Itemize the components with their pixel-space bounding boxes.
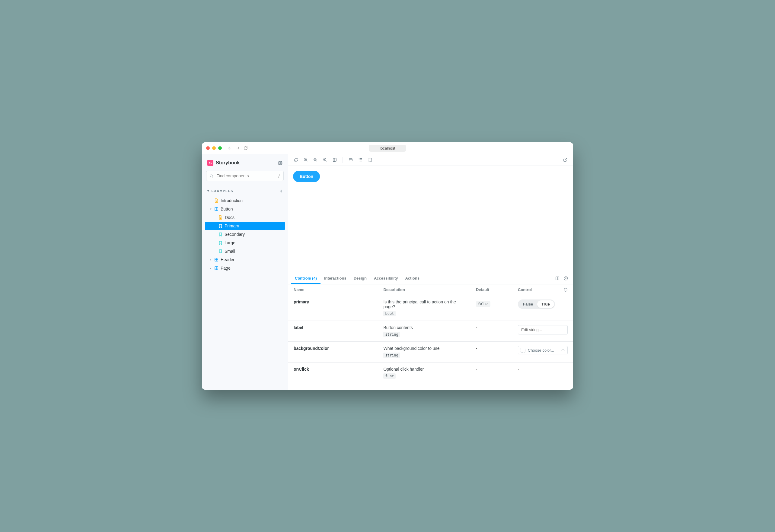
tree-item-primary[interactable]: Primary <box>205 222 285 230</box>
arg-description: Optional click handler func <box>378 363 471 383</box>
story-tree: Introduction ▾ Button Docs <box>205 196 285 272</box>
control-row-primary: primary Is this the principal call to ac… <box>288 295 573 321</box>
arg-default: - <box>471 321 513 342</box>
address-bar[interactable]: localhost <box>369 145 406 152</box>
svg-point-13 <box>361 158 362 159</box>
close-panel-button[interactable] <box>562 274 570 283</box>
search-box[interactable]: / <box>206 171 284 181</box>
open-in-new-button[interactable] <box>561 156 570 164</box>
tab-interactions[interactable]: Interactions <box>320 272 350 284</box>
document-icon <box>214 198 218 203</box>
svg-point-11 <box>359 158 359 159</box>
color-control[interactable]: Choose color... <box>518 346 568 354</box>
arg-default: - <box>471 363 513 383</box>
boolean-toggle[interactable]: False True <box>518 299 555 309</box>
th-control-label: Control <box>518 287 532 292</box>
svg-point-1 <box>210 175 212 177</box>
bookmark-icon <box>219 233 222 236</box>
close-window-button[interactable] <box>206 146 210 150</box>
addons-panel: Controls (4) Interactions Design Accessi… <box>288 272 573 390</box>
back-button[interactable] <box>228 146 232 150</box>
browser-nav <box>228 146 248 150</box>
svg-point-0 <box>280 162 281 163</box>
browser-chrome: localhost <box>202 142 573 154</box>
grid-button[interactable] <box>356 156 364 164</box>
toggle-true[interactable]: True <box>537 300 554 308</box>
app-window: localhost S Storybook / <box>202 142 573 390</box>
chevron-down-icon: ▾ <box>209 207 212 211</box>
bookmark-icon <box>219 249 222 253</box>
maximize-window-button[interactable] <box>218 146 222 150</box>
forward-button[interactable] <box>236 146 240 150</box>
arg-default-value: false <box>476 301 491 307</box>
chevron-right-icon: ▸ <box>209 258 212 261</box>
reload-button[interactable] <box>243 146 248 150</box>
arg-name: backgroundColor <box>288 342 378 363</box>
toggle-false[interactable]: False <box>519 300 537 308</box>
story-canvas: Button <box>288 166 573 272</box>
svg-rect-9 <box>333 158 335 161</box>
arg-description: Is this the principal call to action on … <box>378 295 471 321</box>
svg-rect-20 <box>368 158 372 161</box>
panel-orientation-button[interactable] <box>553 274 562 283</box>
svg-point-12 <box>360 158 360 159</box>
tree-label: Small <box>224 249 235 254</box>
tree-item-large[interactable]: Large <box>205 239 285 247</box>
arg-desc-text: What background color to use <box>383 346 465 351</box>
settings-button[interactable] <box>278 161 282 165</box>
search-input[interactable] <box>216 173 275 179</box>
svg-point-16 <box>361 160 362 160</box>
tree-label: Page <box>221 266 230 271</box>
tree-item-header[interactable]: ▸ Header <box>205 255 285 264</box>
control-row-label: label Button contents string - <box>288 321 573 342</box>
zoom-in-button[interactable] <box>301 156 310 164</box>
sort-icon[interactable]: ▴▾ <box>280 189 283 192</box>
tree-item-introduction[interactable]: Introduction <box>205 196 285 205</box>
tree-item-docs[interactable]: Docs <box>205 213 285 222</box>
minimize-window-button[interactable] <box>212 146 216 150</box>
th-default: Default <box>471 284 513 295</box>
tree-label: Primary <box>224 223 239 228</box>
section-examples[interactable]: ▾ EXAMPLES ▴▾ <box>205 186 285 195</box>
tree-label: Introduction <box>221 198 243 203</box>
tree-label: Large <box>224 240 235 245</box>
bookmark-icon <box>219 224 222 228</box>
remount-button[interactable] <box>292 156 300 164</box>
zoom-out-button[interactable] <box>311 156 319 164</box>
zoom-reset-button[interactable] <box>321 156 329 164</box>
tab-design[interactable]: Design <box>350 272 370 284</box>
preview-button[interactable]: Button <box>293 171 320 182</box>
brand: S Storybook <box>205 160 285 171</box>
th-description: Description <box>378 284 471 295</box>
component-icon <box>214 266 218 270</box>
arg-type: bool <box>383 311 396 316</box>
arg-name: label <box>288 321 378 342</box>
arg-desc-text: Optional click handler <box>383 367 465 372</box>
svg-point-14 <box>359 160 359 160</box>
color-toggle-icon[interactable] <box>561 348 565 352</box>
tree-label: Button <box>221 207 233 211</box>
svg-point-18 <box>360 161 360 161</box>
arg-control-none: - <box>513 363 573 383</box>
chevron-down-icon: ▾ <box>207 189 210 193</box>
tab-actions[interactable]: Actions <box>402 272 423 284</box>
outline-button[interactable] <box>366 156 374 164</box>
viewport-button[interactable] <box>346 156 355 164</box>
tree-item-small[interactable]: Small <box>205 247 285 255</box>
svg-point-15 <box>360 160 360 160</box>
svg-rect-10 <box>349 158 352 161</box>
arg-default: - <box>471 342 513 363</box>
tree-item-button[interactable]: ▾ Button <box>205 205 285 213</box>
background-button[interactable] <box>330 156 339 164</box>
tab-accessibility[interactable]: Accessibility <box>370 272 402 284</box>
addon-tabs: Controls (4) Interactions Design Accessi… <box>288 272 573 284</box>
arg-type: string <box>383 353 400 358</box>
arg-type: string <box>383 332 400 337</box>
tree-item-page[interactable]: ▸ Page <box>205 264 285 272</box>
reset-controls-button[interactable] <box>564 288 568 292</box>
tab-controls[interactable]: Controls (4) <box>291 272 320 284</box>
string-control-input[interactable] <box>518 325 568 334</box>
arg-description: Button contents string <box>378 321 471 342</box>
tree-item-secondary[interactable]: Secondary <box>205 230 285 239</box>
tree-label: Docs <box>225 215 234 220</box>
